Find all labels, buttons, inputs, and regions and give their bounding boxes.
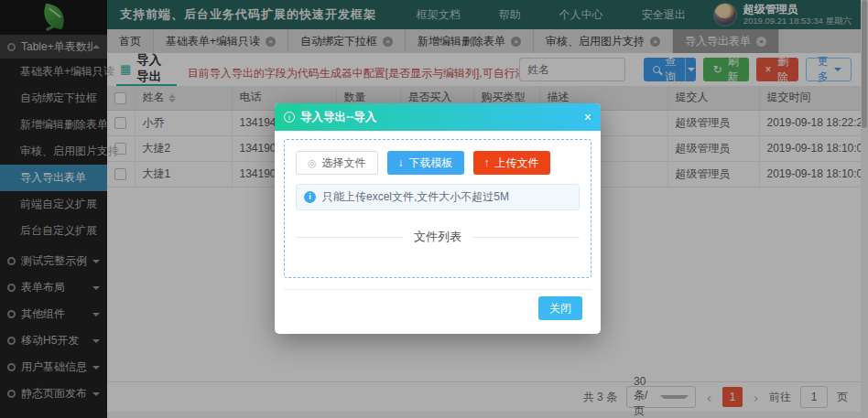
close-icon[interactable]: × <box>584 111 591 123</box>
file-list-divider: 文件列表 <box>296 229 580 245</box>
clip-icon: ◎ <box>308 157 317 169</box>
info-icon: i <box>304 191 316 203</box>
download-icon: ↓ <box>398 156 404 169</box>
upload-info-alert: i 只能上传excel文件,文件大小不超过5M <box>296 184 580 210</box>
modal-header: i 导入导出--导入 × <box>275 103 601 131</box>
file-list-label: 文件列表 <box>403 229 472 245</box>
import-modal: i 导入导出--导入 × ◎ 选择文件 ↓ 下载模板 ↑ 上传文件 <box>275 103 601 334</box>
upload-buttons: ◎ 选择文件 ↓ 下载模板 ↑ 上传文件 <box>296 151 580 175</box>
modal-footer: 关闭 <box>284 289 591 327</box>
modal-close-button[interactable]: 关闭 <box>538 296 582 320</box>
download-template-label: 下载模板 <box>409 155 453 171</box>
upload-file-label: 上传文件 <box>495 155 539 171</box>
choose-file-button[interactable]: ◎ 选择文件 <box>296 151 378 175</box>
upload-icon: ↑ <box>484 156 490 169</box>
info-icon: i <box>284 112 295 123</box>
upload-info-text: 只能上传excel文件,文件大小不超过5M <box>322 189 509 205</box>
choose-file-label: 选择文件 <box>322 155 366 171</box>
upload-dropzone: ◎ 选择文件 ↓ 下载模板 ↑ 上传文件 i 只能上传excel文件,文件大小不… <box>284 139 591 278</box>
upload-file-button[interactable]: ↑ 上传文件 <box>473 151 550 175</box>
app-screen: Table+单表数据 基础表单+编辑只读 自动绑定下拉框 新增编辑删除表单 审核… <box>0 0 868 418</box>
modal-title: 导入导出--导入 <box>300 110 584 125</box>
modal-body: ◎ 选择文件 ↓ 下载模板 ↑ 上传文件 i 只能上传excel文件,文件大小不… <box>275 131 601 334</box>
download-template-button[interactable]: ↓ 下载模板 <box>387 151 464 175</box>
